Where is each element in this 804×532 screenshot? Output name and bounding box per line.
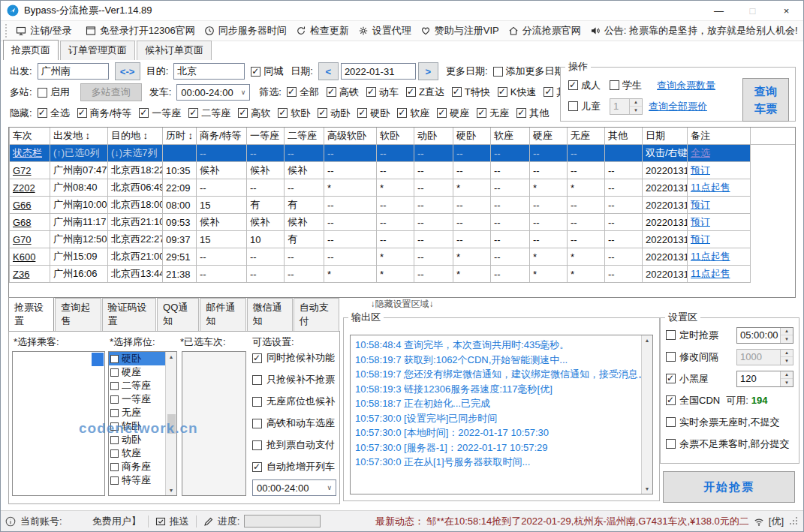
remark-link[interactable]: 11点起售 [691, 251, 730, 262]
hide-option-checkbox[interactable]: 硬座 [437, 107, 469, 120]
bottom-tab[interactable]: QQ通知 [157, 298, 199, 331]
checkbox[interactable] [516, 108, 526, 118]
status-bar-link[interactable]: 状态栏 [13, 147, 42, 158]
checkbox[interactable] [666, 374, 676, 383]
query-all-prices-link[interactable]: 查询全部票价 [649, 100, 707, 113]
checkbox[interactable] [110, 449, 119, 458]
checkbox[interactable] [110, 476, 119, 485]
setting-spinner[interactable]: 05:00:00▲▼ [736, 327, 793, 344]
column-header[interactable]: 备注 [688, 128, 751, 145]
scroll-up-icon[interactable]: ▲ [645, 338, 650, 343]
date-input[interactable] [341, 63, 416, 80]
scroll-thumb[interactable] [167, 414, 176, 434]
minimize-button[interactable]: — [702, 1, 736, 20]
checkbox[interactable] [110, 422, 119, 431]
checkbox[interactable] [477, 108, 486, 118]
checkbox[interactable] [666, 417, 676, 427]
table-row[interactable]: Z36广州16:06北京西13:4421:38------**--*--**--… [10, 266, 796, 283]
column-header[interactable]: 一等座 [247, 128, 285, 145]
column-header[interactable]: 二等座 [285, 128, 324, 145]
seat-option[interactable]: 动卧 [109, 433, 165, 446]
checkbox[interactable] [77, 108, 87, 118]
hide-option-checkbox[interactable]: 软卧 [278, 107, 310, 120]
remark-link[interactable]: 11点起售 [691, 182, 730, 193]
spin-down-icon[interactable]: ▼ [781, 335, 793, 343]
same-city-checkbox[interactable]: 同城 [251, 65, 283, 78]
table-row[interactable]: G70广州南12:50北京西22:2709:371510有-----------… [10, 231, 796, 248]
checkbox[interactable] [406, 87, 416, 97]
seat-option[interactable]: 无座 [109, 406, 165, 419]
maximize-button[interactable]: □ [736, 1, 769, 20]
prev-date-button[interactable]: < [318, 62, 339, 80]
spin-up-icon[interactable]: ▲ [781, 371, 793, 380]
setting-checkbox[interactable]: 定时抢票 [666, 329, 718, 342]
tab-order-management-page[interactable]: 订单管理页面 [60, 41, 135, 60]
seat-option[interactable]: 特等座 [109, 473, 165, 487]
bottom-tab[interactable]: 抢票设置 [8, 297, 54, 331]
seat-option[interactable]: 软座 [109, 446, 165, 460]
hide-option-checkbox[interactable]: 二等座 [188, 107, 230, 120]
checkbox[interactable] [110, 395, 119, 404]
checkbox[interactable] [666, 352, 676, 362]
checkbox[interactable] [38, 88, 47, 98]
train-number-link[interactable]: K600 [13, 251, 35, 263]
toolbar-grip-handle[interactable] [5, 24, 7, 38]
remark-link[interactable]: 预订 [691, 164, 710, 176]
select-all-link[interactable]: 全选 [691, 147, 710, 158]
optional-setting-checkbox[interactable]: 只抢候补不抢票 [252, 373, 335, 386]
close-button[interactable]: × [769, 1, 803, 20]
setting-spinner[interactable]: 1000▲▼ [736, 349, 793, 365]
hide-option-checkbox[interactable]: 其他 [516, 107, 549, 120]
spinner-arrows[interactable]: ▲▼ [629, 99, 642, 114]
setting-checkbox[interactable]: 余票不足乘客时,部分提交 [666, 437, 790, 451]
optional-setting-checkbox[interactable]: 同时抢候补功能 [252, 351, 335, 365]
checkbox[interactable] [252, 353, 262, 363]
column-header[interactable]: 软座 [491, 128, 530, 145]
sponsor-vip-button[interactable]: 赞助与注册VIP [416, 24, 504, 38]
sync-server-time-button[interactable]: 同步服务器时间 [200, 24, 291, 38]
checkbox[interactable] [568, 101, 578, 111]
checkbox[interactable] [252, 462, 262, 472]
remark-link[interactable]: 预订 [691, 233, 710, 245]
spin-down-icon[interactable]: ▼ [781, 357, 793, 365]
passenger-listbox[interactable] [12, 351, 105, 496]
column-header[interactable]: 目的地 ↕ [108, 128, 163, 145]
dest-station-input[interactable] [173, 63, 245, 80]
bottom-tab[interactable]: 自动支付 [294, 298, 339, 331]
checkbox[interactable] [666, 330, 676, 340]
checkbox[interactable] [110, 368, 119, 377]
grab-time-range-dropdown[interactable]: 00:00-24:00∨ [252, 479, 336, 496]
checkbox[interactable] [544, 87, 553, 97]
column-header[interactable]: 历时 ↕ [163, 128, 197, 145]
proxy-settings-button[interactable]: 设置代理 [354, 24, 416, 38]
checkbox[interactable] [278, 108, 288, 118]
official-website-button[interactable]: 分流抢票官网 [504, 24, 586, 38]
remark-link[interactable]: 11点起售 [691, 268, 730, 279]
checkbox[interactable] [498, 87, 507, 97]
seat-option[interactable]: 一等座 [109, 392, 165, 406]
tab-waitlist-order-page[interactable]: 候补订单页面 [137, 41, 212, 60]
train-number-link[interactable]: G66 [13, 200, 32, 211]
setting-checkbox[interactable]: 全国CDN [666, 394, 720, 407]
bottom-tab[interactable]: 邮件通知 [200, 298, 245, 331]
checkbox[interactable] [252, 419, 262, 428]
column-header[interactable]: 日期 [643, 128, 688, 145]
setting-checkbox[interactable]: 修改间隔 [666, 350, 718, 364]
checkbox[interactable] [610, 80, 619, 90]
optional-setting-checkbox[interactable]: 自动抢增开列车 [252, 460, 335, 473]
column-header[interactable]: 动卧 [414, 128, 453, 145]
checkbox[interactable] [110, 463, 119, 471]
checkbox[interactable] [238, 108, 248, 118]
filter-option-checkbox[interactable]: K快速 [498, 86, 537, 99]
log-scrollbar[interactable]: ▲▼ [641, 335, 652, 494]
column-header[interactable]: 硬座 [530, 128, 568, 145]
checkbox[interactable] [318, 108, 327, 118]
optional-setting-checkbox[interactable]: 高铁和动车选座 [252, 416, 335, 430]
query-remaining-tickets-link[interactable]: 查询余票数量 [657, 79, 715, 92]
checkbox[interactable] [397, 108, 407, 118]
table-status-row[interactable]: 状态栏(↑)已选0列(↓)未选7列--------------------双击/… [10, 145, 796, 162]
remark-link[interactable]: 预订 [691, 216, 710, 227]
setting-checkbox[interactable]: 小黑屋 [666, 372, 709, 386]
column-header[interactable]: 车次 [10, 128, 50, 145]
optional-setting-checkbox[interactable]: 抢到票自动支付 [252, 438, 335, 452]
